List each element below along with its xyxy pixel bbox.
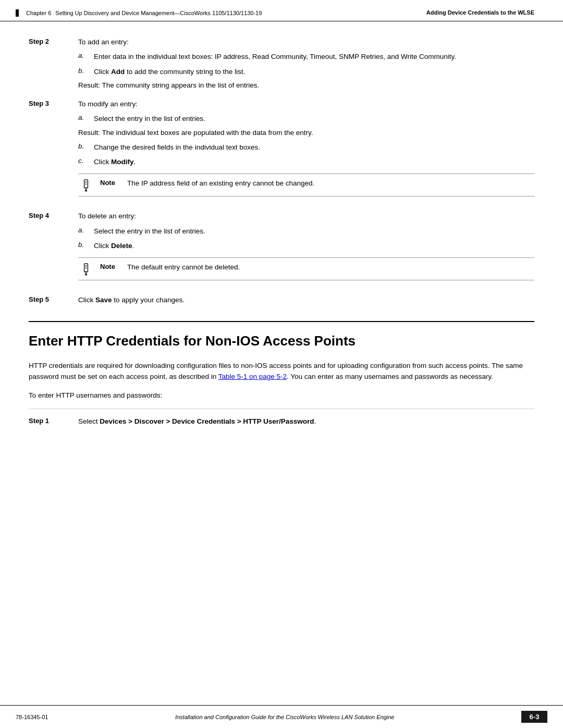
section-body1: HTTP credentials are required for downlo… [29,360,534,382]
step4-note-content: The default entry cannot be deleted. [127,262,534,273]
step4-content: To delete an entry: a. Select the entry … [78,211,534,287]
step3c-label: c. [78,157,90,167]
svg-rect-0 [84,180,88,188]
header-left: Chapter 6 Setting Up Discovery and Devic… [16,9,262,17]
svg-marker-2 [84,189,87,191]
chapter-label: Chapter 6 [26,10,51,16]
bottom-footer: 78-16345-01 Installation and Configurati… [0,705,563,728]
step2a-label: a. [78,52,90,62]
step2-row: Step 2 To add an entry: a. Enter data in… [29,37,534,91]
step4b-delete: Delete [111,242,132,250]
footer-page: 6-3 [521,711,547,723]
section-step1-row: Step 1 Select Devices > Discover > Devic… [29,409,534,427]
step5-row: Step 5 Click Save to apply your changes. [29,295,534,305]
step4b-label: b. [78,241,90,251]
section-body2: To enter HTTP usernames and passwords: [29,390,534,401]
step3-label: Step 3 [29,99,68,203]
step2b-result: Result: The community string appears in … [78,80,534,91]
step3b-label: b. [78,142,90,153]
main-content: Step 2 To add an entry: a. Enter data in… [0,21,563,705]
step3a-label: a. [78,114,90,124]
step3a-content: Select the entry in the list of entries. [94,114,534,124]
footer-center-text: Installation and Configuration Guide for… [175,714,395,720]
step2a-content: Enter data in the individual text boxes:… [94,52,534,62]
step4a: a. Select the entry in the list of entri… [78,226,534,237]
header-right-title: Adding Device Credentials to the WLSE [426,9,534,16]
step3b: b. Change the desired fields in the indi… [78,142,534,153]
step4-label: Step 4 [29,211,68,287]
section-step1-bold: Devices > Discover > Device Credentials … [100,417,314,425]
step4b: b. Click Delete. [78,241,534,251]
step4-note-block: Note The default entry cannot be deleted… [78,257,534,280]
section-divider [29,321,534,322]
step5-label: Step 5 [29,295,68,305]
section-link[interactable]: Table 5-1 on page 5-2 [218,373,287,380]
step3b-content: Change the desired fields in the individ… [94,142,534,153]
step3c: c. Click Modify. [78,157,534,167]
chapter-title: Setting Up Discovery and Device Manageme… [55,10,262,16]
top-header: Chapter 6 Setting Up Discovery and Devic… [0,0,563,21]
step2b-label: b. [78,67,90,77]
page-container: Chapter 6 Setting Up Discovery and Devic… [0,0,563,728]
step3-note-content: The IP address field of an existing entr… [127,178,534,189]
step2-content: To add an entry: a. Enter data in the in… [78,37,534,91]
step3-note-label: Note [100,178,121,187]
section-heading: Enter HTTP Credentials for Non-IOS Acces… [29,332,534,350]
step3c-content: Click Modify. [94,157,534,167]
step2-label: Step 2 [29,37,68,91]
step2b-add: Add [111,68,125,76]
step4-note-icon [78,262,94,276]
step2-intro: To add an entry: [78,37,534,47]
step3a: a. Select the entry in the list of entri… [78,114,534,124]
header-bar-indicator [16,9,19,17]
section-step1-content: Select Devices > Discover > Device Crede… [78,416,534,427]
footer-doc-number: 78-16345-01 [16,714,48,720]
step2b: b. Click Add to add the community string… [78,67,534,77]
step4-row: Step 4 To delete an entry: a. Select the… [29,211,534,287]
step4-note-label: Note [100,262,121,270]
step5-content: Click Save to apply your changes. [78,295,534,305]
step3-note-block: Note The IP address field of an existing… [78,174,534,196]
pencil-icon-2 [81,263,91,276]
step5-text: Click Save to apply your changes. [78,295,534,305]
step4a-label: a. [78,226,90,237]
svg-rect-1 [85,188,87,190]
step3c-modify: Modify [111,158,134,166]
step2a: a. Enter data in the individual text box… [78,52,534,62]
step3a-result: Result: The individual text boxes are po… [78,128,534,138]
svg-rect-7 [85,272,87,273]
step4b-content: Click Delete. [94,241,534,251]
step3-row: Step 3 To modify an entry: a. Select the… [29,99,534,203]
section-step1-label: Step 1 [29,416,68,427]
step3-note-icon [78,178,94,192]
svg-rect-6 [84,264,88,272]
svg-marker-8 [84,273,87,275]
step5-save: Save [95,296,112,304]
section-step1-text: Select Devices > Discover > Device Crede… [78,416,534,427]
step4-intro: To delete an entry: [78,211,534,221]
step4a-content: Select the entry in the list of entries. [94,226,534,237]
step2b-content: Click Add to add the community string to… [94,67,534,77]
pencil-icon [81,179,91,192]
step3-intro: To modify an entry: [78,99,534,109]
step3-content: To modify an entry: a. Select the entry … [78,99,534,203]
